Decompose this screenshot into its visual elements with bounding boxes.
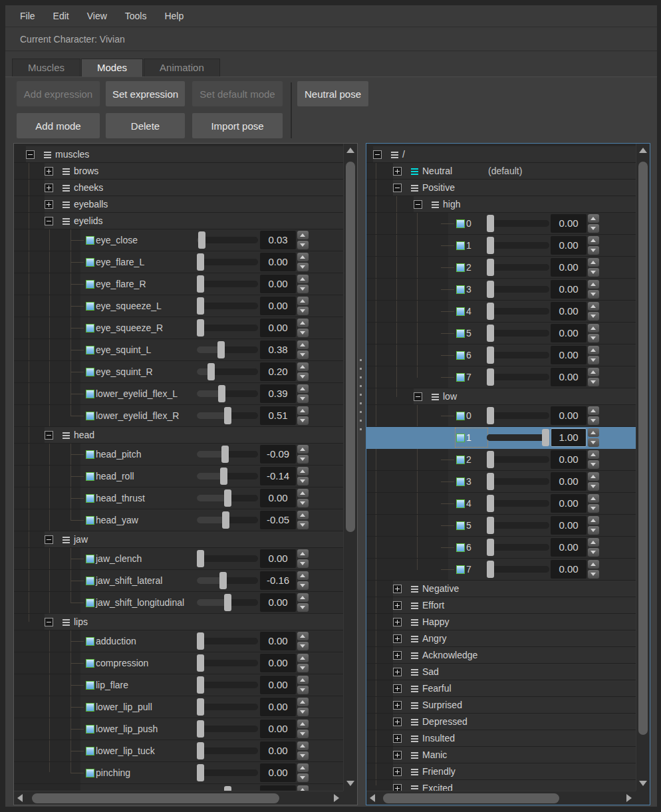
tree-leaf-row[interactable]: adduction0.00 bbox=[14, 630, 343, 652]
muscle-checkbox[interactable] bbox=[456, 373, 465, 382]
value-slider[interactable] bbox=[487, 451, 549, 468]
expand-toggle-icon[interactable] bbox=[393, 585, 402, 593]
value-spinbox[interactable]: 0.00 bbox=[260, 654, 296, 672]
tree-group-row[interactable]: brows bbox=[14, 163, 343, 180]
spin-down-button[interactable] bbox=[297, 642, 309, 650]
value-slider[interactable] bbox=[197, 572, 258, 589]
tree-leaf-row[interactable]: 10.00 bbox=[366, 235, 636, 257]
slider-handle[interactable] bbox=[197, 253, 204, 271]
tree-leaf-row[interactable]: eye_flare_L0.00 bbox=[14, 251, 343, 273]
value-spinbox[interactable]: 0.00 bbox=[551, 538, 587, 557]
expand-toggle-icon[interactable] bbox=[393, 701, 402, 710]
muscle-checkbox[interactable] bbox=[86, 390, 94, 398]
spin-down-button[interactable] bbox=[588, 438, 599, 447]
muscle-checkbox[interactable] bbox=[86, 302, 94, 311]
menu-file[interactable]: File bbox=[20, 11, 35, 21]
tree-leaf-row[interactable]: lip_flare0.00 bbox=[14, 674, 343, 696]
muscle-checkbox[interactable] bbox=[456, 307, 465, 316]
set-default-mode-button[interactable]: Set default mode bbox=[192, 81, 283, 106]
value-slider[interactable] bbox=[197, 698, 258, 716]
value-slider[interactable] bbox=[197, 341, 258, 358]
spin-up-button[interactable] bbox=[588, 560, 599, 569]
expand-toggle-icon[interactable] bbox=[393, 618, 402, 626]
menu-tools[interactable]: Tools bbox=[125, 11, 147, 21]
spin-up-button[interactable] bbox=[588, 324, 599, 333]
spin-up-button[interactable] bbox=[588, 472, 599, 481]
value-slider[interactable] bbox=[197, 786, 258, 791]
tree-group-row[interactable]: Effort bbox=[366, 597, 636, 614]
tab-modes[interactable]: Modes bbox=[81, 59, 143, 76]
collapse-toggle-icon[interactable] bbox=[414, 200, 422, 209]
slider-handle[interactable] bbox=[487, 325, 494, 342]
expand-toggle-icon[interactable] bbox=[393, 734, 402, 743]
right-horizontal-scrollbar[interactable] bbox=[366, 791, 636, 805]
scrollbar-thumb[interactable] bbox=[638, 162, 648, 735]
value-slider[interactable] bbox=[487, 429, 549, 446]
spin-up-button[interactable] bbox=[297, 231, 309, 239]
value-spinbox[interactable]: 0.00 bbox=[260, 275, 296, 293]
spin-down-button[interactable] bbox=[588, 504, 599, 513]
value-spinbox[interactable]: 0.00 bbox=[551, 346, 587, 364]
expand-toggle-icon[interactable] bbox=[393, 751, 402, 759]
slider-handle[interactable] bbox=[487, 237, 494, 254]
menu-view[interactable]: View bbox=[87, 11, 107, 21]
scrollbar-thumb[interactable] bbox=[383, 793, 559, 803]
spin-up-button[interactable] bbox=[297, 698, 309, 706]
muscle-checkbox[interactable] bbox=[456, 434, 465, 442]
tree-leaf-row[interactable]: 60.00 bbox=[366, 537, 636, 559]
spin-down-button[interactable] bbox=[297, 285, 309, 293]
spin-up-button[interactable] bbox=[588, 236, 599, 245]
value-slider[interactable] bbox=[197, 363, 258, 380]
value-spinbox[interactable]: 0.00 bbox=[260, 253, 296, 271]
expand-toggle-icon[interactable] bbox=[393, 651, 402, 660]
value-slider[interactable] bbox=[487, 495, 549, 512]
value-slider[interactable] bbox=[487, 281, 549, 298]
value-slider[interactable] bbox=[487, 215, 549, 232]
value-slider[interactable] bbox=[487, 346, 549, 364]
muscle-checkbox[interactable] bbox=[456, 219, 465, 228]
scroll-left-button[interactable] bbox=[14, 791, 28, 805]
slider-handle[interactable] bbox=[224, 594, 231, 611]
spin-down-button[interactable] bbox=[297, 603, 309, 612]
spin-up-button[interactable] bbox=[297, 384, 309, 393]
spin-up-button[interactable] bbox=[297, 720, 309, 728]
muscle-checkbox[interactable] bbox=[456, 241, 465, 250]
spin-up-button[interactable] bbox=[297, 763, 309, 772]
value-spinbox[interactable]: 0.00 bbox=[260, 698, 296, 716]
tree-group-row[interactable]: Excited bbox=[366, 780, 636, 791]
value-slider[interactable] bbox=[487, 259, 549, 276]
slider-handle[interactable] bbox=[487, 495, 494, 512]
spin-down-button[interactable] bbox=[297, 307, 309, 315]
spin-down-button[interactable] bbox=[297, 581, 309, 590]
spin-up-button[interactable] bbox=[588, 516, 599, 525]
value-spinbox[interactable]: 0.00 bbox=[551, 450, 587, 469]
muscle-checkbox[interactable] bbox=[86, 450, 94, 459]
expand-toggle-icon[interactable] bbox=[393, 601, 402, 610]
value-spinbox[interactable]: 0.00 bbox=[260, 763, 296, 782]
spin-down-button[interactable] bbox=[297, 751, 309, 760]
spin-down-button[interactable] bbox=[588, 460, 599, 469]
muscle-checkbox[interactable] bbox=[86, 258, 94, 267]
spin-down-button[interactable] bbox=[588, 482, 599, 491]
tree-leaf-row[interactable]: 40.00 bbox=[366, 493, 636, 515]
spin-down-button[interactable] bbox=[297, 394, 309, 403]
delete-button[interactable]: Delete bbox=[106, 113, 185, 138]
value-slider[interactable] bbox=[197, 742, 258, 759]
slider-handle[interactable] bbox=[487, 451, 494, 468]
tree-leaf-row[interactable]: 30.00 bbox=[366, 279, 636, 301]
spin-up-button[interactable] bbox=[588, 302, 599, 311]
scroll-down-button[interactable] bbox=[636, 777, 650, 791]
collapse-toggle-icon[interactable] bbox=[414, 392, 422, 401]
spin-up-button[interactable] bbox=[297, 571, 309, 580]
slider-handle[interactable] bbox=[487, 259, 494, 276]
slider-handle[interactable] bbox=[487, 215, 494, 232]
muscle-checkbox[interactable] bbox=[86, 637, 94, 646]
slider-handle[interactable] bbox=[487, 368, 494, 386]
slider-handle[interactable] bbox=[487, 303, 494, 320]
expand-toggle-icon[interactable] bbox=[393, 634, 402, 643]
spin-up-button[interactable] bbox=[297, 654, 309, 662]
tree-leaf-row[interactable]: 60.00 bbox=[366, 344, 636, 366]
spin-down-button[interactable] bbox=[297, 559, 309, 568]
spin-down-button[interactable] bbox=[297, 416, 309, 425]
value-slider[interactable] bbox=[197, 654, 258, 672]
